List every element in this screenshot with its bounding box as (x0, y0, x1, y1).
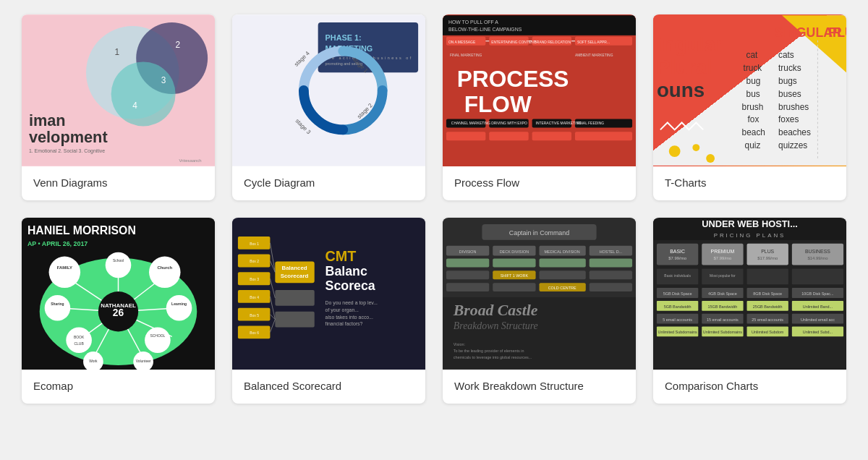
thumbnail-process: HOW TO PULL OFF A BELOW-THE-LINE CAMPAIG… (443, 14, 636, 166)
card-cycle-diagram[interactable]: PHASE 1: MARKETING the action or busines… (232, 14, 425, 200)
svg-text:INTERACTIVE MARKETING: INTERACTIVE MARKETING (536, 122, 582, 125)
svg-text:Plural: Plural (657, 56, 712, 78)
svg-text:26: 26 (113, 307, 124, 318)
thumbnail-wbs: Captain in Command DIVISION DECK DIVISIO… (443, 218, 636, 370)
svg-text:Balanc: Balanc (326, 264, 367, 278)
svg-rect-196 (792, 268, 843, 284)
svg-text:4: 4 (132, 101, 137, 111)
svg-rect-167 (493, 283, 535, 291)
svg-point-77 (669, 145, 681, 157)
svg-text:bugs: bugs (778, 76, 797, 86)
svg-text:$17.99/mo: $17.99/mo (757, 256, 778, 260)
svg-rect-158 (493, 259, 535, 268)
svg-text:10GB Disk Spac...: 10GB Disk Spac... (801, 291, 834, 296)
svg-text:CHANNEL MARKETING: CHANNEL MARKETING (451, 122, 490, 125)
svg-text:Sharing: Sharing (51, 302, 64, 306)
svg-text:SHIFT 1 WORK: SHIFT 1 WORK (501, 273, 529, 278)
svg-text:PLUS: PLUS (761, 249, 774, 254)
thumbnail-comparison: UNDER WEB HOSTI... PRICING PLANS BASIC $… (653, 218, 846, 370)
card-label: Comparison Charts (653, 370, 846, 404)
card-ecomap[interactable]: HANIEL MORRISON AP • APRIL 26, 2017 FAMI… (22, 218, 215, 404)
svg-text:cat: cat (746, 51, 759, 61)
svg-rect-44 (446, 132, 485, 140)
svg-text:Balanced: Balanced (281, 265, 307, 271)
svg-text:financial factors?: financial factors? (326, 322, 363, 327)
svg-rect-157 (446, 259, 489, 268)
svg-text:School: School (113, 259, 124, 263)
svg-point-106 (145, 327, 171, 353)
svg-text:Unlimited email acc: Unlimited email acc (801, 318, 835, 322)
svg-text:FAMILY: FAMILY (57, 265, 72, 270)
svg-text:ingular: ingular (657, 33, 723, 56)
svg-text:15GB Bandwidth: 15GB Bandwidth (708, 304, 738, 309)
svg-text:brush: brush (742, 102, 764, 112)
svg-text:Learning: Learning (171, 302, 187, 306)
card-balanced-scorecard[interactable]: Box 1 Box 2 Box 3 Box 4 Box 5 Box 6 Bala… (232, 218, 425, 404)
svg-text:2: 2 (176, 40, 181, 50)
svg-text:buses: buses (778, 89, 801, 99)
svg-text:MEDICAL DIVISION: MEDICAL DIVISION (545, 250, 580, 254)
svg-text:5GB Bandwidth: 5GB Bandwidth (664, 304, 692, 309)
svg-text:CLUB: CLUB (75, 342, 85, 346)
svg-rect-132 (275, 312, 314, 328)
svg-rect-165 (590, 271, 632, 279)
svg-text:also takes into acco...: also takes into acco... (326, 315, 373, 320)
svg-text:of your organ...: of your organ... (326, 307, 359, 313)
svg-point-97 (45, 295, 71, 321)
svg-text:HANIEL MORRISON: HANIEL MORRISON (27, 224, 136, 237)
card-process-flow[interactable]: HOW TO PULL OFF A BELOW-THE-LINE CAMPAIG… (443, 14, 636, 200)
svg-text:quizzes: quizzes (778, 140, 807, 150)
thumbnail-ecomap: HANIEL MORRISON AP • APRIL 26, 2017 FAMI… (22, 218, 215, 370)
svg-rect-182 (702, 244, 743, 265)
svg-text:beaches: beaches (778, 127, 811, 137)
svg-point-93 (49, 257, 81, 289)
svg-text:COLD CENTRE: COLD CENTRE (548, 286, 576, 290)
svg-text:3: 3 (161, 75, 166, 85)
thumbnail-scorecard: Box 1 Box 2 Box 3 Box 4 Box 5 Box 6 Bala… (232, 218, 425, 370)
svg-text:Scoreca: Scoreca (326, 278, 375, 293)
svg-text:AMBIENT MARKETING: AMBIENT MARKETING (575, 54, 613, 57)
svg-text:AP • APRIL 26, 2017: AP • APRIL 26, 2017 (27, 240, 88, 247)
svg-text:HOSTEL D...: HOSTEL D... (600, 250, 623, 254)
svg-text:chemicals to leverage into glo: chemicals to leverage into global resour… (454, 355, 532, 359)
svg-text:25 email accounts: 25 email accounts (752, 318, 783, 322)
card-grid: iman velopment 1 2 3 4 1. Emotional 2. S… (22, 14, 846, 404)
svg-text:$14.99/mo: $14.99/mo (807, 256, 828, 260)
svg-text:Vritesaanch: Vritesaanch (179, 158, 202, 163)
card-comparison-charts[interactable]: UNDER WEB HOSTI... PRICING PLANS BASIC $… (653, 218, 846, 404)
svg-text:foxes: foxes (778, 115, 799, 125)
svg-text:Box 5: Box 5 (250, 314, 259, 318)
svg-text:PHASE 1:: PHASE 1: (326, 33, 362, 42)
svg-text:FINAL MARKETING: FINAL MARKETING (450, 54, 482, 57)
svg-text:velopment: velopment (29, 128, 108, 146)
svg-text:DRIVING WITH EXPO: DRIVING WITH EXPO (491, 122, 527, 125)
svg-text:Unlimited Subd...: Unlimited Subd... (803, 330, 833, 334)
thumbnail-cycle: PHASE 1: MARKETING the action or busines… (232, 14, 425, 166)
svg-text:BELOW-THE-LINE CAMPAIGNS: BELOW-THE-LINE CAMPAIGNS (448, 27, 522, 32)
svg-text:5 email accounts: 5 email accounts (663, 318, 692, 322)
svg-text:FINAL FEEDING: FINAL FEEDING (577, 122, 604, 125)
card-venn-diagrams[interactable]: iman velopment 1 2 3 4 1. Emotional 2. S… (22, 14, 215, 200)
card-t-charts[interactable]: SINGULAR PLURAL cats trucks bugs buses b… (653, 14, 846, 200)
svg-text:SCHOOL: SCHOOL (150, 334, 165, 338)
card-label: Ecomap (22, 370, 215, 404)
card-label: Cycle Diagram (232, 166, 425, 200)
card-work-breakdown[interactable]: Captain in Command DIVISION DECK DIVISIO… (443, 218, 636, 404)
svg-text:Basic individuals: Basic individuals (664, 274, 691, 278)
card-label: Venn Diagrams (22, 166, 215, 200)
svg-text:Box 4: Box 4 (250, 296, 259, 299)
svg-text:cats: cats (778, 51, 794, 61)
svg-text:PREMIUM: PREMIUM (711, 249, 735, 254)
svg-rect-181 (657, 244, 698, 265)
svg-text:DIVISION: DIVISION (459, 250, 477, 254)
svg-text:Unlimited Band...: Unlimited Band... (803, 304, 833, 309)
svg-text:bus: bus (746, 89, 760, 99)
svg-text:5GB Disk Space: 5GB Disk Space (663, 291, 692, 296)
svg-text:BASIC: BASIC (670, 249, 685, 254)
svg-text:truck: truck (744, 63, 762, 73)
svg-text:CMT: CMT (326, 249, 357, 265)
svg-text:BRAND RELOCATION: BRAND RELOCATION (535, 41, 571, 44)
svg-rect-170 (590, 283, 632, 291)
svg-text:$7.99/mo: $7.99/mo (714, 256, 732, 260)
svg-text:8GB Disk Space: 8GB Disk Space (753, 291, 782, 296)
